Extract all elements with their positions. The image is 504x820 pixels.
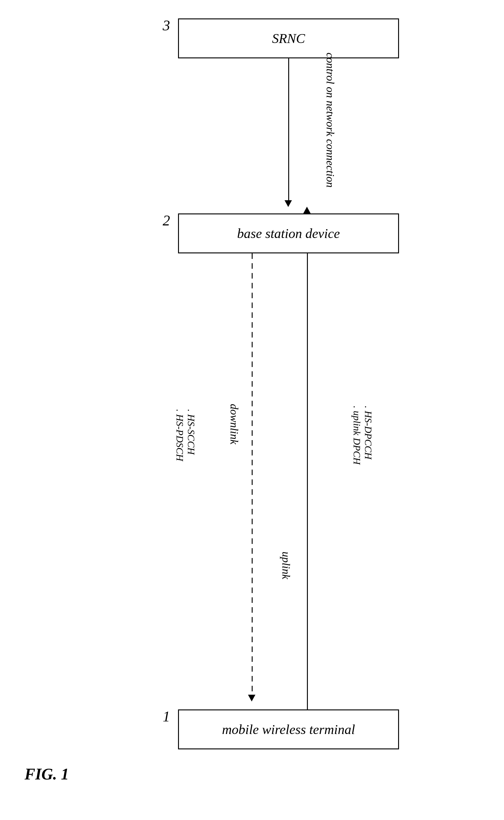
line-srnc-to-bsd bbox=[288, 58, 289, 201]
arrow-srnc-to-bsd bbox=[285, 200, 292, 207]
srnc-box: SRNC bbox=[178, 18, 399, 58]
mobile-terminal-label: mobile wireless terminal bbox=[222, 722, 355, 737]
srnc-number: 3 bbox=[163, 17, 170, 34]
bsd-number: 2 bbox=[163, 212, 170, 229]
dashed-line-downlink bbox=[252, 253, 253, 696]
control-connection-label: control on network connection bbox=[324, 52, 337, 188]
solid-line-uplink bbox=[307, 253, 308, 709]
base-station-box: base station device bbox=[178, 213, 399, 253]
hs-scch-pdsch-label: . HS-SCCH. HS-PDSCH bbox=[174, 409, 197, 461]
diagram-container: FIG. 1 SRNC 3 control on network connect… bbox=[0, 0, 504, 820]
srnc-label: SRNC bbox=[272, 31, 305, 46]
mwt-number: 1 bbox=[163, 708, 170, 725]
base-station-label: base station device bbox=[237, 226, 340, 241]
figure-label: FIG. 1 bbox=[25, 765, 69, 783]
arrow-downlink-to-mwt bbox=[248, 695, 255, 702]
downlink-label: downlink bbox=[228, 404, 241, 445]
hs-dpcch-dpch-label: . HS-DPCCH. uplink DPCH bbox=[351, 406, 374, 465]
mobile-terminal-box: mobile wireless terminal bbox=[178, 709, 399, 749]
uplink-label: uplink bbox=[280, 552, 293, 579]
arrow-uplink-to-bsd bbox=[303, 207, 311, 213]
